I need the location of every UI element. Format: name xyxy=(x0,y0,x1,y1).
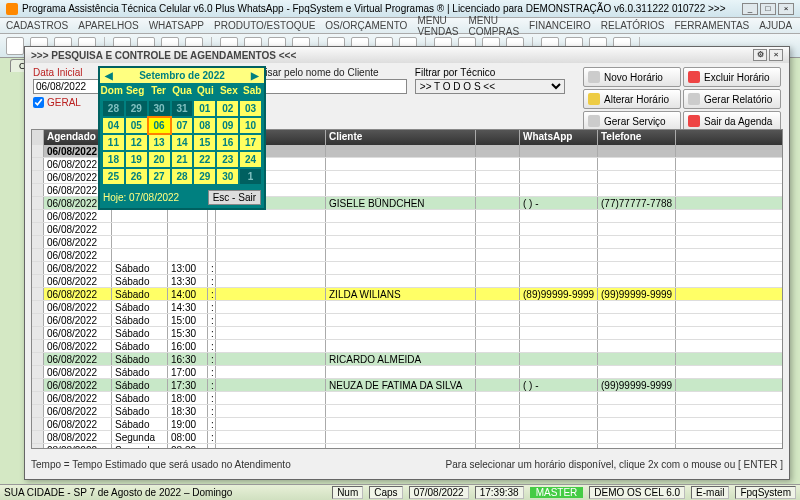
cal-day[interactable]: 05 xyxy=(126,118,147,133)
cal-day[interactable]: 25 xyxy=(103,169,124,184)
check-geral[interactable] xyxy=(33,97,44,108)
input-data-inicial[interactable] xyxy=(33,79,101,94)
cal-dow: Sex xyxy=(217,83,240,98)
menu-item[interactable]: FERRAMENTAS xyxy=(674,20,749,31)
btn-excluir-horario[interactable]: Excluir Horário xyxy=(683,67,781,87)
cal-day[interactable]: 18 xyxy=(103,152,124,167)
cal-day[interactable]: 12 xyxy=(126,135,147,150)
menu-item[interactable]: MENU COMPRAS xyxy=(469,15,520,37)
table-row[interactable]: 06/08/2022Sábado16:30:RICARDO ALMEIDA xyxy=(32,353,782,366)
menu-item[interactable]: RELATÓRIOS xyxy=(601,20,665,31)
cal-today[interactable]: Hoje: 07/08/2022 xyxy=(103,192,179,203)
sub-close-button[interactable]: × xyxy=(769,49,783,61)
cal-day[interactable]: 30 xyxy=(149,101,170,116)
maximize-button[interactable]: □ xyxy=(760,3,776,15)
cal-day[interactable]: 30 xyxy=(217,169,238,184)
table-row[interactable]: 06/08/2022 xyxy=(32,210,782,223)
table-row[interactable]: 06/08/2022Sábado18:30: xyxy=(32,405,782,418)
table-row[interactable]: 06/08/2022 xyxy=(32,223,782,236)
sub-tool-icon[interactable]: ⚙ xyxy=(753,49,767,61)
grid-col-header[interactable]: Telefone xyxy=(598,130,676,145)
table-row[interactable]: 06/08/2022Sábado15:30: xyxy=(32,327,782,340)
edit-icon xyxy=(588,93,600,105)
cal-day[interactable]: 08 xyxy=(194,118,215,133)
menu-item[interactable]: AJUDA xyxy=(759,20,792,31)
cal-next[interactable]: ▶ xyxy=(248,70,262,81)
table-row[interactable]: 08/08/2022Segunda08:30: xyxy=(32,444,782,448)
btn-gerar-servico[interactable]: Gerar Serviço xyxy=(583,111,681,131)
cal-day[interactable]: 16 xyxy=(217,135,238,150)
menu-item[interactable]: PRODUTO/ESTOQUE xyxy=(214,20,315,31)
table-row[interactable]: 06/08/2022Sábado19:00: xyxy=(32,418,782,431)
cal-escape[interactable]: Esc - Sair xyxy=(208,190,261,205)
status-email[interactable]: E-mail xyxy=(691,486,729,499)
cal-day[interactable]: 01 xyxy=(194,101,215,116)
label-filtrar-tecnico: Filtrar por Técnico xyxy=(415,67,565,78)
cal-day[interactable]: 14 xyxy=(172,135,193,150)
cal-dow: Sab xyxy=(241,83,264,98)
cal-day[interactable]: 06 xyxy=(149,118,170,133)
table-row[interactable]: 08/08/2022Segunda08:00: xyxy=(32,431,782,444)
cal-day[interactable]: 10 xyxy=(240,118,261,133)
cal-day[interactable]: 07 xyxy=(172,118,193,133)
grid-col-header[interactable] xyxy=(32,130,44,145)
cal-day[interactable]: 09 xyxy=(217,118,238,133)
cal-day[interactable]: 26 xyxy=(126,169,147,184)
table-row[interactable]: 06/08/2022Sábado13:00: xyxy=(32,262,782,275)
minimize-button[interactable]: _ xyxy=(742,3,758,15)
cal-day[interactable]: 28 xyxy=(103,101,124,116)
btn-alterar-horario[interactable]: Alterar Horário xyxy=(583,89,681,109)
select-tecnico[interactable]: >> T O D O S << xyxy=(415,79,565,94)
btn-gerar-relatorio[interactable]: Gerar Relatório xyxy=(683,89,781,109)
btn-novo-horario[interactable]: Novo Horário xyxy=(583,67,681,87)
cal-day[interactable]: 31 xyxy=(172,101,193,116)
cal-day[interactable]: 20 xyxy=(149,152,170,167)
cal-day[interactable]: 27 xyxy=(149,169,170,184)
cal-day[interactable]: 17 xyxy=(240,135,261,150)
cal-day[interactable]: 02 xyxy=(217,101,238,116)
cal-month[interactable]: Setembro de 2022 xyxy=(116,70,248,81)
table-row[interactable]: 06/08/2022Sábado15:00: xyxy=(32,314,782,327)
cal-prev[interactable]: ◀ xyxy=(102,70,116,81)
grid-col-header[interactable]: Cliente xyxy=(326,130,476,145)
cal-day[interactable]: 28 xyxy=(172,169,193,184)
cal-day[interactable]: 29 xyxy=(126,101,147,116)
table-row[interactable]: 06/08/2022Sábado17:30:NEUZA DE FATIMA DA… xyxy=(32,379,782,392)
toolbar-button[interactable] xyxy=(6,37,24,55)
cal-day[interactable]: 04 xyxy=(103,118,124,133)
close-button[interactable]: × xyxy=(778,3,794,15)
cal-day[interactable]: 13 xyxy=(149,135,170,150)
cal-day[interactable]: 1 xyxy=(240,169,261,184)
cal-day[interactable]: 19 xyxy=(126,152,147,167)
app-icon xyxy=(6,3,18,15)
grid-col-header[interactable] xyxy=(476,130,520,145)
grid-col-header[interactable]: WhatsApp xyxy=(520,130,598,145)
table-row[interactable]: 06/08/2022Sábado14:00:ZILDA WILIANS(89)9… xyxy=(32,288,782,301)
menu-item[interactable]: APARELHOS xyxy=(78,20,138,31)
btn-sair-agenda[interactable]: Sair da Agenda xyxy=(683,111,781,131)
calendar-popup: ◀ Setembro de 2022 ▶ DomSegTerQuaQuiSexS… xyxy=(98,66,266,210)
cal-day[interactable]: 22 xyxy=(194,152,215,167)
cal-day[interactable]: 29 xyxy=(194,169,215,184)
status-time: 17:39:38 xyxy=(475,486,524,499)
delete-icon xyxy=(688,71,700,83)
menu-item[interactable]: MENU VENDAS xyxy=(417,15,458,37)
cal-day[interactable]: 24 xyxy=(240,152,261,167)
cal-day[interactable]: 23 xyxy=(217,152,238,167)
table-row[interactable]: 06/08/2022Sábado16:00: xyxy=(32,340,782,353)
table-row[interactable]: 06/08/2022 xyxy=(32,249,782,262)
cal-day[interactable]: 21 xyxy=(172,152,193,167)
cal-day[interactable]: 11 xyxy=(103,135,124,150)
table-row[interactable]: 06/08/2022Sábado17:00: xyxy=(32,366,782,379)
menu-item[interactable]: OS/ORÇAMENTO xyxy=(325,20,407,31)
table-row[interactable]: 06/08/2022Sábado13:30: xyxy=(32,275,782,288)
menu-item[interactable]: FINANCEIRO xyxy=(529,20,591,31)
cal-day[interactable]: 15 xyxy=(194,135,215,150)
table-row[interactable]: 06/08/2022Sábado18:00: xyxy=(32,392,782,405)
menu-item[interactable]: CADASTROS xyxy=(6,20,68,31)
table-row[interactable]: 06/08/2022Sábado14:30: xyxy=(32,301,782,314)
cal-day-grid: 2829303101020304050607080910111213141516… xyxy=(100,98,264,187)
menu-item[interactable]: WHATSAPP xyxy=(149,20,204,31)
cal-day[interactable]: 03 xyxy=(240,101,261,116)
table-row[interactable]: 06/08/2022 xyxy=(32,236,782,249)
